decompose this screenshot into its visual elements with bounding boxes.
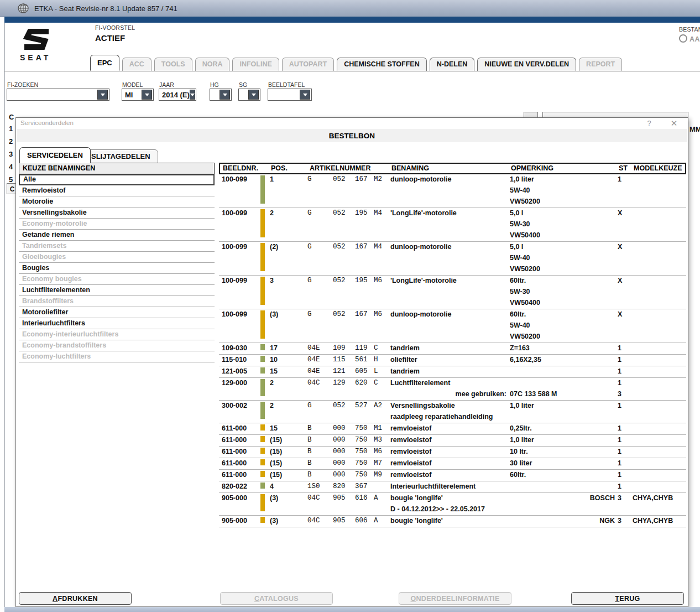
cell-benaming: Interieurluchtfilterelement xyxy=(390,481,476,492)
list-item-remvloeistof[interactable]: Remvloeistof xyxy=(19,185,215,196)
table-row[interactable]: 121-0051504E121605Ltandriem1 xyxy=(219,366,686,378)
cell-beeldnr: 905-000 xyxy=(222,516,247,527)
terug-button[interactable]: TERUG xyxy=(571,592,684,605)
seat-wordmark: SEAT xyxy=(20,53,51,62)
table-row[interactable]: 100-099(3)G052167M6dunloop-motorolie60lt… xyxy=(219,309,686,343)
cell-artikelnummer: 04E xyxy=(307,366,320,377)
dropdown-arrow-icon[interactable] xyxy=(300,90,310,100)
close-icon[interactable]: ✕ xyxy=(669,118,679,128)
window-titlebar[interactable]: ETKA - Seat Revisie-nr 8.1 Update 857 / … xyxy=(0,0,700,17)
dialog-tab-servicedelen[interactable]: SERVICEDELEN xyxy=(19,147,91,163)
cell-artikelnummer: 000 xyxy=(333,447,346,458)
cell-benaming: bougie 'longlife' xyxy=(390,493,443,504)
dropdown-arrow-icon[interactable] xyxy=(248,90,259,100)
tab-nora[interactable]: NORA xyxy=(195,58,230,71)
tab-tools[interactable]: TOOLS xyxy=(154,58,192,71)
cell-beeldnr: 100-099 xyxy=(222,276,247,287)
list-item-motorolie[interactable]: Motorolie xyxy=(19,196,215,208)
filter-combo-model[interactable]: MI xyxy=(122,89,154,101)
table-row[interactable]: 905-000(3)04C905606Abougie 'longlife'NGK… xyxy=(219,516,686,527)
list-item-economy-bougies[interactable]: Economy bougies xyxy=(19,274,215,285)
help-icon[interactable]: ? xyxy=(645,119,654,127)
bestand-radio[interactable]: AAM xyxy=(679,34,700,44)
table-row[interactable]: 611-000(15)B000750M7remvloeistof30 liter… xyxy=(219,458,686,470)
list-item-motoroliefilter[interactable]: Motoroliefilter xyxy=(19,307,215,318)
table-row[interactable]: 100-0993G052195M6'LongLife'-motorolie60l… xyxy=(219,276,686,309)
dropdown-arrow-icon[interactable] xyxy=(190,90,195,100)
dropdown-arrow-icon[interactable] xyxy=(142,90,152,100)
cell-opmerking: 1,0 liter xyxy=(510,435,534,446)
cell-beeldnr: 611-000 xyxy=(222,470,247,481)
cell-artikelnummer: 750 xyxy=(355,423,368,434)
list-item-gloeibougies[interactable]: Gloeibougies xyxy=(19,252,215,263)
cell-benaming: remvloeistof xyxy=(390,435,431,446)
radio-icon[interactable] xyxy=(679,34,687,43)
tab-autopart[interactable]: AUTOPART xyxy=(282,58,334,71)
list-item-luchtfilterelementen[interactable]: Luchtfilterelementen xyxy=(19,285,215,296)
filter-combo-jaar[interactable]: 2014 (E) xyxy=(159,89,196,101)
cell-beeldnr: 129-000 xyxy=(222,378,247,389)
table-row[interactable]: 100-0992G052195M4'LongLife'-motorolie5,0… xyxy=(219,208,686,242)
tab-infoline[interactable]: INFOLINE xyxy=(232,58,279,71)
table-row[interactable]: 611-00015B000750M1remvloeistof0,25ltr.1 xyxy=(219,423,686,435)
cell-st: 1 xyxy=(618,458,621,469)
table-row[interactable]: 100-099(2)G052167M4dunloop-motorolie5,0 … xyxy=(219,242,686,276)
table-row[interactable]: 109-0301704E109119CtandriemZ=1631 xyxy=(219,343,686,355)
cell-pos: (2) xyxy=(270,242,278,253)
chevron-down-icon xyxy=(145,94,149,96)
table-row[interactable]: 611-000(15)B000750M9remvloeistof60ltr.1 xyxy=(219,470,686,481)
column-header-benaming: BENAMING xyxy=(391,164,429,172)
table-row[interactable]: 300-0022G052527A2Versnellingsbakolie1,0 … xyxy=(219,401,686,423)
table-row[interactable]: 100-0991G052167M2dunloop-motorolie1,0 li… xyxy=(219,174,686,208)
table-row[interactable]: 611-000(15)B000750M6remvloeistof10 ltr.1 xyxy=(219,447,686,458)
column-header-beeldnr: BEELDNR. xyxy=(223,164,258,172)
filter-combo-beeldtafel[interactable] xyxy=(268,89,312,101)
list-item-interieurluchtfilters[interactable]: Interieurluchtfilters xyxy=(19,318,215,329)
dialog-tab-slijtagedelen[interactable]: SLIJTAGEDELEN xyxy=(83,149,158,163)
list-item-economy-brandstoffilters[interactable]: Economy-brandstoffilters xyxy=(19,340,215,351)
table-row[interactable]: 129-000204C129620CLuchtfilterelement1mee… xyxy=(219,378,686,401)
column-header-st: ST xyxy=(619,164,628,172)
table-row[interactable]: 820-02241S0820367Interieurluchtfilterele… xyxy=(219,481,686,493)
dropdown-arrow-icon[interactable] xyxy=(220,90,230,100)
cell-artikelnummer: 000 xyxy=(333,470,346,481)
list-item-brandstoffilters[interactable]: Brandstoffilters xyxy=(19,296,215,307)
table-row[interactable]: 611-000(15)B000750M3remvloeistof1,0 lite… xyxy=(219,435,686,447)
table-row[interactable]: 115-0101004E115561Holiefilter6,16X2,351 xyxy=(219,355,686,366)
afdrukken-button[interactable]: AFDRUKKEN xyxy=(19,592,132,605)
cell-pos: 10 xyxy=(270,355,278,366)
filter-combo-sg[interactable] xyxy=(238,89,260,101)
list-item-economy-luchtfilters[interactable]: Economy-luchtfilters xyxy=(19,351,215,362)
tab-acc[interactable]: ACC xyxy=(122,58,152,71)
cell-opmerking: VW50400 xyxy=(510,298,540,309)
list-item-economy-interieurluchtfilters[interactable]: Economy-interieurluchtfilters xyxy=(19,329,215,340)
cell-artikelnummer: M6 xyxy=(374,447,382,458)
tab-chemische-stoffen[interactable]: CHEMISCHE STOFFEN xyxy=(337,58,427,71)
serviceonderdelen-dialog: Serviceonderdelen ? ✕ BESTELBON SERVICED… xyxy=(15,117,688,607)
filter-combo-fi-zoeken[interactable] xyxy=(7,89,109,101)
list-item-alle[interactable]: Alle xyxy=(19,174,215,185)
list-item-bougies[interactable]: Bougies xyxy=(19,263,215,274)
filter-combo-hg[interactable] xyxy=(210,89,232,101)
tab-epc[interactable]: EPC xyxy=(90,55,119,71)
list-item-tandriemsets[interactable]: Tandriemsets xyxy=(19,241,215,252)
tab-report[interactable]: REPORT xyxy=(579,58,622,71)
table-row[interactable]: 905-000(3)04C905616Abougie 'longlife'BOS… xyxy=(219,493,686,516)
cell-opmerking: 30 liter xyxy=(510,458,532,469)
cell-benaming: oliefilter xyxy=(390,355,417,366)
cell-artikelnummer: 167 xyxy=(355,174,368,185)
list-item-economy-motorolie[interactable]: Economy-motorolie xyxy=(19,219,215,230)
list-item-versnellingsbakolie[interactable]: Versnellingsbakolie xyxy=(19,208,215,219)
cell-artikelnummer: G xyxy=(307,174,312,185)
cell-artikelnummer: 121 xyxy=(333,366,346,377)
cell-beeldnr: 109-030 xyxy=(222,343,247,354)
cell-pos: 2 xyxy=(270,378,274,389)
dropdown-arrow-icon[interactable] xyxy=(97,90,108,100)
tab-n-delen[interactable]: N-DELEN xyxy=(430,58,475,71)
tab-nieuwe-en-verv-delen[interactable]: NIEUWE EN VERV.DELEN xyxy=(477,58,576,71)
status-color-bar xyxy=(260,448,265,454)
list-item-getande-riemen[interactable]: Getande riemen xyxy=(19,230,215,241)
cell-artikelnummer: M4 xyxy=(374,242,382,253)
status-color-bar xyxy=(260,344,265,350)
chevron-down-icon xyxy=(223,94,227,96)
